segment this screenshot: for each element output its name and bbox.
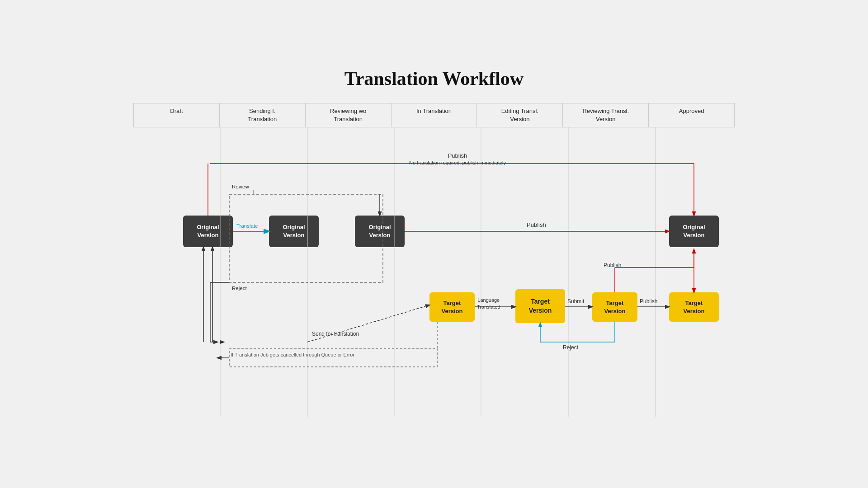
svg-rect-19: [229, 349, 437, 367]
box-original-draft: OriginalVersion: [183, 216, 233, 247]
label-publish-top: PublishNo translation required, publish …: [409, 152, 506, 166]
label-review: Review: [232, 184, 249, 189]
label-publish-lower: Publish: [640, 298, 657, 305]
box-target-approved: TargetVersion: [669, 292, 719, 322]
col-approved: Approved: [648, 103, 735, 127]
col-in-translation: In Translation: [391, 103, 477, 127]
label-submit: Submit: [567, 298, 584, 305]
label-reject2: Reject: [563, 344, 578, 351]
label-publish-tgt3: Publish: [604, 262, 621, 268]
label-send-for-translation: Send for translation: [312, 331, 359, 337]
label-if-cancelled: If Translation Job gets cancelled throug…: [231, 352, 354, 357]
col-editing: Editing Transl.Version: [476, 103, 562, 127]
page-title: Translation Workflow: [133, 68, 735, 89]
col-reviewing-wo: Reviewing woTranslation: [305, 103, 391, 127]
box-original-approved: OriginalVersion: [669, 216, 719, 247]
arrows-svg: [133, 127, 735, 417]
label-language-translated: LanguageTranslated: [477, 297, 500, 310]
box-original-sending: OriginalVersion: [269, 216, 319, 247]
col-draft: Draft: [133, 103, 219, 127]
box-original-reviewing: OriginalVersion: [355, 216, 405, 247]
box-target-reviewing: TargetVersion: [592, 292, 637, 322]
box-target-editing: TargetVersion: [515, 289, 565, 323]
flow-area: OriginalVersion OriginalVersion Original…: [133, 127, 735, 417]
col-reviewing-transl: Reviewing Transl.Version: [562, 103, 648, 127]
label-reject: Reject: [232, 286, 247, 291]
box-target-in-translation: TargetVersion: [429, 292, 475, 322]
label-publish-mid: Publish: [527, 221, 546, 228]
diagram-container: Translation Workflow Draft Sending f.Tra…: [129, 59, 739, 429]
col-sending: Sending f.Translation: [219, 103, 305, 127]
label-translate: Translate: [236, 223, 258, 229]
columns-header: Draft Sending f.Translation Reviewing wo…: [133, 103, 735, 127]
